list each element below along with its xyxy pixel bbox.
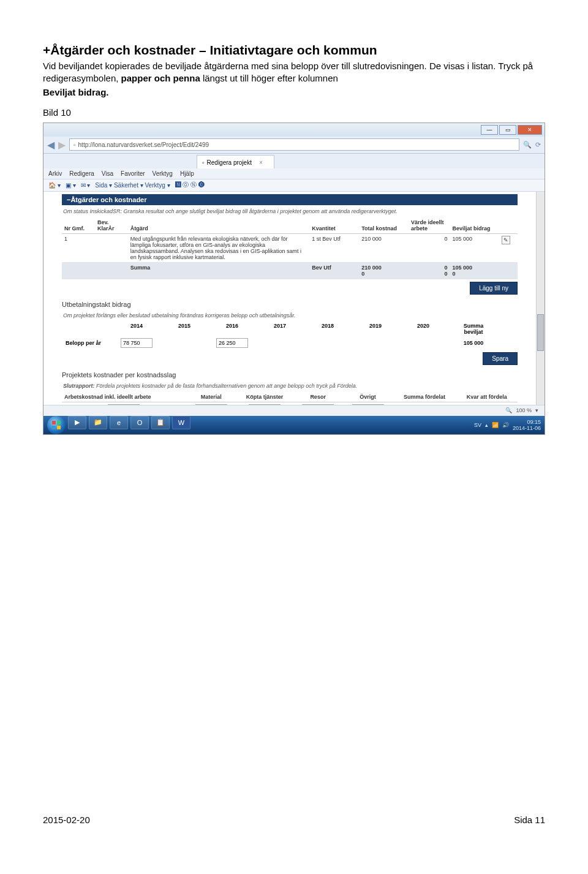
system-tray[interactable]: SV ▴ 📶 🔊 09:15 2014-11-06 [474,419,541,431]
tray-lang[interactable]: SV [474,422,481,428]
actions-table: Nr Gmf. Bev. KlarÅr Åtgärd Kvantitet Tot… [62,217,518,279]
col-summa-fordelat: Summa fördelat [393,392,456,402]
svg-rect-2 [52,426,56,429]
menu-arkiv[interactable]: Arkiv [48,170,62,177]
section-atgarder-header[interactable]: −Åtgärder och kostnader [62,194,518,205]
url-field[interactable]: ▫ http://lona.naturvardsverket.se/Projec… [69,138,519,151]
section-atgarder-hint: Om status InskickadSR: Granska resultat … [62,205,518,217]
cell-kvant: 1 st Bev Utf [309,233,359,262]
browser-tab[interactable]: ▫ Redigera projekt × [197,155,274,168]
svg-rect-1 [57,421,61,424]
sum-label: Summa [128,262,310,279]
kostnader-hint-text: Fördela projektets kostnader på de fasta… [96,383,357,389]
intro-bold-1: papper och penna [121,73,200,83]
year-2017: 2017 [264,323,296,335]
add-new-button[interactable]: Lägg till ny [470,282,518,295]
sum-beviljat: 105 000 0 [450,262,499,279]
forward-icon[interactable]: ▶ [58,139,66,151]
cell-beviljat: 105 000 [450,233,499,262]
minimize-button[interactable]: — [481,125,498,135]
tray-date: 2014-11-06 [513,425,541,431]
taskbar-app-5[interactable]: 📋 [151,416,170,429]
col-kvant: Kvantitet [309,217,359,234]
mail-icon[interactable]: ✉ ▾ [81,182,91,189]
page-title: +Åtgärder och kostnader – Initiativtagar… [43,43,545,58]
cell-ideellt: 0 [409,233,450,262]
zoom-dropdown-icon[interactable]: ▾ [535,407,538,413]
page-footer: 2015-02-20 Sida 11 [0,815,588,843]
col-edit [499,217,518,234]
zoom-icon[interactable]: 🔍 [505,407,512,413]
menu-redigera[interactable]: Redigera [69,170,94,177]
feeds-icon[interactable]: ▣ ▾ [66,182,76,189]
year-2019: 2019 [360,323,391,335]
menu-hjalp[interactable]: Hjälp [180,170,194,177]
kostnader-title: Projektets kostnader per kostnadsslag [62,367,518,380]
cell-atgard: Med utgångspunkt från relevanta ekologis… [128,233,310,262]
taskbar-outlook[interactable]: O [130,416,149,429]
year-2014: 2014 [121,323,153,335]
figure-caption: Bild 10 [43,107,545,118]
search-icon[interactable]: 🔍 [523,141,532,149]
tray-network-icon[interactable]: 📶 [492,422,499,428]
url-text: http://lona.naturvardsverket.se/Project/… [78,141,209,148]
taskbar-word[interactable]: W [172,416,190,429]
sum-ideellt: 0 0 [409,262,450,279]
edit-icon[interactable]: ✎ [502,236,510,244]
cell-total: 210 000 [359,233,409,262]
col-tjanster: Köpta tjänster [236,392,293,402]
belopp-2016[interactable] [216,338,248,348]
back-icon[interactable]: ◀ [47,139,55,151]
sum-row: Summa Bev Utf 210 000 0 0 0 105 000 0 [62,262,518,279]
tray-up-icon[interactable]: ▴ [485,422,488,428]
address-bar: ◀ ▶ ▫ http://lona.naturvardsverket.se/Pr… [43,137,545,154]
slutrapport-label: Slutrapport: [63,383,95,389]
save-button[interactable]: Spara [483,352,518,365]
sum-total: 210 000 0 [359,262,409,279]
belopp-2014[interactable] [121,338,153,348]
table-header-row: Nr Gmf. Bev. KlarÅr Åtgärd Kvantitet Tot… [62,217,518,234]
tab-icon: ▫ [202,159,205,166]
taskbar-ie[interactable]: e [110,416,128,429]
year-2018: 2018 [312,323,344,335]
table-row: 1 Med utgångspunkt från relevanta ekolog… [62,233,518,262]
tray-volume-icon[interactable]: 🔊 [502,422,509,428]
footer-page: Sida 11 [514,815,545,825]
start-button[interactable] [47,416,66,434]
menu-favoriter[interactable]: Favoriter [121,170,145,177]
ie-toolbar: 🏠 ▾ ▣ ▾ ✉ ▾ Sida ▾ Säkerhet ▾ Verktyg ▾ … [43,179,545,192]
year-header: 2014 2015 2016 2017 2018 2019 2020 Summa… [62,322,518,336]
col-material: Material [186,392,236,402]
scrollbar-thumb[interactable] [537,314,544,351]
tray-time: 09:15 [527,419,541,425]
home-icon[interactable]: 🏠 ▾ [48,182,61,189]
col-ideellt: Värde ideellt arbete [409,217,450,234]
col-ovrigt: Övrigt [343,392,393,402]
tab-close-icon[interactable]: × [259,159,263,166]
footer-date: 2015-02-20 [43,815,90,825]
zoom-value: 100 % [516,407,532,413]
menu-visa[interactable]: Visa [102,170,113,177]
col-nr: Nr Gmf. [62,217,95,234]
close-button[interactable]: ✕ [518,125,542,135]
vertical-scrollbar[interactable] [536,192,545,416]
maximize-button[interactable]: ▭ [499,125,516,135]
ie-menubar: Arkiv Redigera Visa Favoriter Verktyg Hj… [43,168,545,179]
belopp-sum: 105 000 [455,340,492,346]
col-atgard: Åtgärd [128,217,310,234]
menu-verktyg[interactable]: Verktyg [153,170,173,177]
toolbar-labels[interactable]: Sida ▾ Säkerhet ▾ Verktyg ▾ [95,182,170,189]
refresh-icon[interactable]: ⟳ [535,141,541,149]
intro-paragraph: Vid beviljandet kopierades de beviljade … [43,60,545,85]
page-icon: ▫ [74,141,76,148]
taskbar-app-1[interactable]: ▶ [68,416,86,429]
taskbar-explorer[interactable]: 📁 [89,416,107,429]
kostnader-hint: Slutrapport: Fördela projektets kostnade… [62,380,518,392]
windows-logo-icon [51,420,61,430]
belopp-label: Belopp per år [62,340,105,346]
year-2015: 2015 [168,323,200,335]
toolbar-icons[interactable]: 🅽 ⓪ Ⓝ ⓿ [175,181,205,189]
screenshot: — ▭ ✕ ◀ ▶ ▫ http://lona.naturvardsverket… [43,122,545,435]
belopp-row: Belopp per år 105 000 [62,336,518,350]
col-beviljat: Beviljat bidrag [450,217,499,234]
